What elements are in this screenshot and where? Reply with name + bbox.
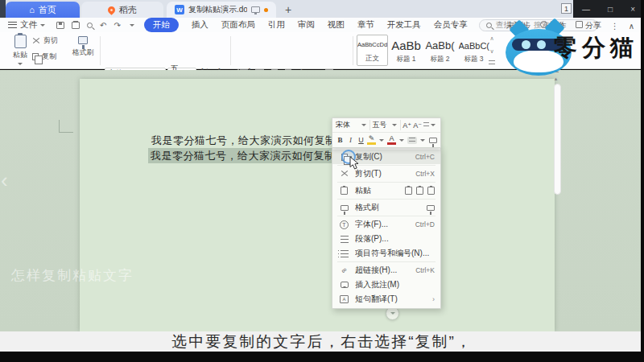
print-icon[interactable] (72, 22, 80, 29)
brand-logo: 零分猫 (554, 32, 638, 64)
mini-highlight-button[interactable]: ✎ (367, 135, 376, 145)
mouse-cursor (349, 156, 360, 170)
scroll-up-icon[interactable]: ∧ (489, 35, 493, 42)
chevron-down-icon (420, 139, 425, 144)
divider (353, 36, 353, 65)
print-preview-icon[interactable] (87, 23, 93, 28)
cast-screen-icon[interactable] (251, 6, 260, 13)
cat-eye-icon (522, 40, 530, 49)
margin-corner-mark (59, 120, 73, 133)
hyperlink-icon (340, 265, 349, 275)
close-button[interactable]: × (630, 5, 635, 14)
letterbox-right (641, 0, 644, 362)
file-menu[interactable]: 文件 (20, 19, 37, 31)
submenu-arrow-icon: › (432, 295, 435, 303)
tab-home[interactable]: ⌂ 首页 (6, 2, 80, 18)
context-menu-item-comment[interactable]: 插入批注(M) (332, 278, 440, 292)
comment-icon (341, 282, 349, 288)
vertical-scrollbar[interactable] (554, 84, 561, 195)
floating-mini-toolbar: 宋体 五号 A⁺ A⁻ B I U ✎ A (332, 117, 441, 148)
context-menu-item-paste[interactable]: 粘贴 (332, 183, 440, 198)
ribbon-tab-references[interactable]: 引用 (268, 19, 285, 31)
subtitle-text: 选中要复制的文字后，右击选择“复制”， (171, 331, 473, 352)
paste-button[interactable]: 粘贴 (10, 35, 31, 69)
wps-writer-window: ⌂ 首页 稻壳 W 复制粘贴演示.docx + 1 — □ × 文件 ↶ (0, 0, 644, 362)
styles-gallery-scroll[interactable]: ∧ ∨ (488, 35, 496, 66)
ribbon-tab-insert[interactable]: 插入 (192, 19, 208, 31)
document-canvas: 我是零分猫七号，给大家演示如何复制粘贴文字 我是零分猫七号，给大家演示如何复制粘… (0, 70, 644, 331)
chevron-down-icon (392, 124, 397, 129)
notification-badge[interactable]: 1 (561, 3, 572, 14)
scroll-up-icon[interactable]: ▴ (555, 76, 558, 82)
player-back-chevron[interactable]: ‹ (1, 168, 8, 193)
window-controls: — □ × (573, 0, 644, 18)
style-heading1[interactable]: AaBb 标题 1 (390, 35, 422, 66)
divider (100, 36, 101, 65)
mini-italic-button[interactable]: I (346, 136, 355, 144)
paste-keep-format-icon[interactable] (405, 187, 412, 195)
chevron-down-icon (379, 139, 384, 144)
mini-decrease-font-button[interactable]: A⁻ (413, 121, 422, 130)
cat-eye-icon (537, 40, 546, 49)
ribbon-tab-page-layout[interactable]: 页面布局 (221, 19, 255, 31)
paste-text-only-icon[interactable] (427, 187, 435, 195)
minimize-button[interactable]: — (582, 5, 590, 14)
undo-icon[interactable]: ↶ (100, 21, 106, 30)
save-icon[interactable] (56, 22, 64, 29)
cut-copy-group: 剪切 复制 (32, 35, 58, 62)
writer-doc-icon: W (175, 5, 184, 14)
maximize-button[interactable]: □ (608, 5, 613, 14)
bullets-numbering-icon (341, 250, 349, 257)
ribbon-tab-member[interactable]: 会员专享 (434, 19, 468, 31)
style-normal[interactable]: AaBbCcDd 正文 (357, 35, 388, 66)
mini-align-button[interactable] (407, 137, 417, 144)
style-heading2[interactable]: AaBb( 标题 2 (424, 35, 456, 66)
mini-increase-font-button[interactable]: A⁺ (402, 121, 411, 130)
paste-icon (14, 35, 27, 48)
collapse-ribbon-icon[interactable]: ∧ (629, 22, 634, 31)
style-heading3[interactable]: AaBbC( 标题 3 (458, 35, 489, 66)
context-menu-item-translate[interactable]: 短句翻译(T) › (332, 292, 440, 306)
copy-icon (32, 53, 39, 60)
tab-document[interactable]: W 复制粘贴演示.docx (167, 2, 276, 18)
more-menu-icon[interactable]: ⋮ (611, 22, 619, 31)
mini-bold-button[interactable]: B (336, 136, 345, 144)
paste-label: 粘贴 (13, 51, 27, 59)
mini-font-name-combo[interactable]: 宋体 (336, 120, 370, 130)
context-menu-item-format-painter[interactable]: 格式刷 (332, 200, 440, 215)
search-icon (486, 23, 492, 28)
ribbon-tab-home[interactable]: 开始 (144, 18, 179, 32)
ribbon-tab-review[interactable]: 审阅 (298, 19, 315, 31)
redo-icon[interactable]: ↷ (114, 21, 120, 30)
tab-bar: ⌂ 首页 稻壳 W 复制粘贴演示.docx + 1 — □ × (0, 0, 644, 18)
ribbon-tab-dev-tools[interactable]: 开发工具 (387, 19, 421, 31)
mini-font-size-combo[interactable]: 五号 (372, 120, 401, 130)
format-painter-button[interactable]: 格式刷 (71, 35, 95, 58)
context-menu-item-font[interactable]: 字体(F)... Ctrl+D (332, 217, 440, 232)
cut-button[interactable]: 剪切 (32, 35, 58, 46)
format-painter-pick-icon[interactable] (427, 205, 435, 211)
context-menu-item-hyperlink[interactable]: 超链接(H)... Ctrl+K (332, 263, 440, 278)
mini-format-painter-button[interactable] (428, 138, 437, 143)
letterbox-bottom (0, 352, 644, 362)
mini-line-spacing-button[interactable] (423, 121, 437, 129)
divider (337, 182, 436, 183)
tab-home-label: 首页 (39, 4, 56, 16)
line-spacing-icon (423, 122, 429, 128)
gallery-expand-icon[interactable] (489, 60, 495, 66)
ribbon-tab-section[interactable]: 章节 (357, 19, 374, 31)
mini-font-color-button[interactable]: A (387, 135, 396, 145)
new-tab-button[interactable]: + (280, 2, 296, 18)
ribbon-tab-view[interactable]: 视图 (328, 19, 345, 31)
mini-underline-button[interactable]: U (357, 136, 365, 144)
chevron-down-icon (361, 124, 366, 129)
hamburger-icon (8, 22, 17, 28)
paste-match-format-icon[interactable] (416, 187, 423, 195)
copy-button[interactable]: 复制 (32, 51, 58, 62)
document-page[interactable] (80, 79, 555, 331)
context-menu-item-paragraph[interactable]: 段落(P)... (332, 232, 440, 246)
tab-docer[interactable]: 稻壳 (81, 2, 163, 18)
scroll-down-icon[interactable]: ∨ (489, 48, 493, 55)
context-menu-item-bullets[interactable]: 项目符号和编号(N)... (332, 246, 440, 261)
chevron-down-icon[interactable] (130, 24, 134, 29)
